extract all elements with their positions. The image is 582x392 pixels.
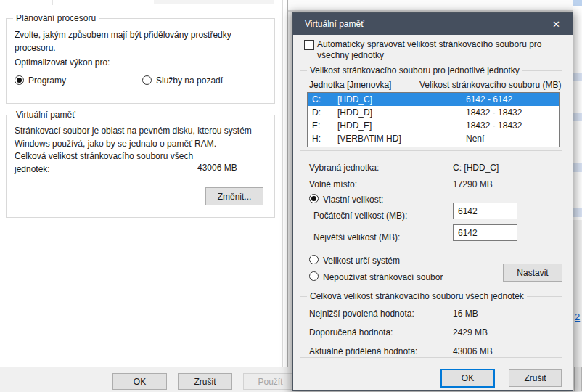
list-row-c[interactable]: C: [HDD_C] 6142 - 6142	[308, 93, 559, 106]
currently-allocated-value: 43006 MB	[453, 346, 493, 356]
list-row-e[interactable]: E: [HDD_E] 18432 - 18432	[308, 119, 559, 132]
group-title: Celková velikost stránkovacího souboru v…	[307, 291, 527, 301]
close-icon[interactable]: ✕	[540, 13, 573, 35]
total-pagefile-label: Celková velikost stránkovacího souboru v…	[15, 150, 200, 176]
virtual-memory-dialog: Virtuální paměť ✕ Automaticky spravovat …	[292, 12, 573, 391]
free-space-value: 17290 MB	[453, 179, 493, 189]
volume-cell: [HDD_C]	[337, 93, 372, 106]
drive-cell: C:	[312, 93, 321, 106]
background-window-sliver	[573, 0, 582, 220]
minimum-allowed-value: 16 MB	[453, 309, 478, 319]
size-cell: 6142 - 6142	[466, 93, 512, 106]
background-button-fragment	[574, 367, 582, 391]
pagefile-list[interactable]: C: [HDD_C] 6142 - 6142 D: [HDD_D] 18432 …	[307, 92, 560, 147]
dialog-edge-line	[282, 0, 283, 367]
column-header-drive: Jednotka [Jmenovka]	[309, 80, 391, 90]
size-cell: 18432 - 18432	[466, 119, 522, 132]
background-window-sliver-header	[573, 0, 582, 6]
background-list-row-fragment	[573, 208, 582, 217]
volume-cell: [HDD_E]	[337, 119, 372, 132]
custom-size-radio-label: Vlastní velikost:	[323, 195, 383, 205]
processor-scheduling-description: Zvolte, jakým způsobem mají být přidělov…	[15, 28, 254, 54]
change-button[interactable]: Změnit...	[205, 187, 263, 205]
initial-size-label: Počáteční velikost (MB):	[313, 211, 407, 221]
ok-button[interactable]: OK	[112, 373, 167, 390]
background-services-radio[interactable]	[142, 75, 152, 85]
volume-cell: [VERBATIM HD]	[337, 132, 401, 145]
auto-manage-checkbox[interactable]	[304, 40, 314, 50]
apply-button: Použít	[243, 373, 298, 390]
performance-options-dialog: Plánování procesoru Zvolte, jakým způsob…	[0, 0, 288, 392]
custom-size-radio[interactable]	[309, 194, 319, 203]
background-link[interactable]: 2	[575, 311, 580, 322]
size-cell: 18432 - 18432	[466, 106, 522, 119]
dialog-title: Virtuální paměť	[305, 19, 364, 29]
tab-strip-remnant	[91, 0, 91, 5]
free-space-label: Volné místo:	[309, 179, 357, 189]
cancel-button[interactable]: Zrušit	[509, 369, 562, 387]
group-title: Virtuální paměť	[13, 110, 78, 120]
currently-allocated-label: Aktuálně přidělená hodnota:	[309, 346, 417, 356]
system-managed-radio-label: Velikost určí systém	[323, 256, 400, 266]
titlebar[interactable]: Virtuální paměť ✕	[293, 13, 573, 35]
initial-size-input[interactable]	[453, 203, 517, 219]
list-row-h[interactable]: H: [VERBATIM HD] Není	[308, 132, 559, 145]
background-window-strip	[288, 0, 582, 10]
group-title: Velikost stránkovacího souboru pro jedno…	[307, 65, 522, 75]
background-window-strip-edge	[288, 10, 582, 12]
minimum-allowed-label: Nejnižší povolená hodnota:	[309, 309, 414, 319]
maximum-size-label: Největší velikost (MB):	[313, 232, 400, 242]
virtual-memory-description: Stránkovací soubor je oblast na pevném d…	[15, 124, 269, 150]
tab-strip-remnant	[154, 0, 274, 4]
maximum-size-input[interactable]	[453, 224, 517, 241]
drive-cell: E:	[312, 119, 320, 132]
ok-button[interactable]: OK	[440, 369, 495, 388]
tab-strip-remnant	[52, 0, 53, 5]
drive-cell: H:	[312, 132, 321, 145]
column-header-size: Velikost stránkovacího souboru (MB)	[419, 80, 561, 90]
group-title: Plánování procesoru	[13, 13, 99, 23]
selected-drive-value: C: [HDD_C]	[453, 163, 499, 173]
system-managed-radio[interactable]	[309, 255, 319, 264]
programs-radio-label: Programy	[28, 75, 66, 86]
optimize-for-label: Optimalizovat výkon pro:	[15, 57, 110, 68]
no-paging-file-radio[interactable]	[309, 271, 319, 281]
drive-cell: D:	[312, 106, 321, 119]
cancel-button[interactable]: Zrušit	[178, 373, 232, 390]
total-pagefile-value: 43006 MB	[197, 163, 237, 173]
background-list-row-fragment	[573, 113, 582, 121]
background-list-row-fragment	[573, 163, 582, 172]
auto-manage-checkbox-label: Automaticky spravovat velikost stránkova…	[317, 39, 564, 61]
programs-radio[interactable]	[15, 75, 24, 85]
recommended-label: Doporučená hodnota:	[309, 327, 393, 338]
selected-drive-label: Vybraná jednotka:	[309, 163, 379, 173]
screen: 2 Plánování procesoru Zvolte, jakým způs…	[0, 0, 582, 392]
background-list-row-fragment	[573, 73, 582, 81]
no-paging-file-radio-label: Nepoužívat stránkovací soubor	[323, 272, 443, 282]
volume-cell: [HDD_D]	[337, 106, 372, 119]
background-services-radio-label: Služby na pozadí	[156, 75, 223, 86]
list-row-d[interactable]: D: [HDD_D] 18432 - 18432	[308, 106, 559, 119]
size-cell: Není	[466, 132, 484, 145]
recommended-value: 2429 MB	[453, 327, 488, 338]
set-button[interactable]: Nastavit	[503, 264, 562, 282]
